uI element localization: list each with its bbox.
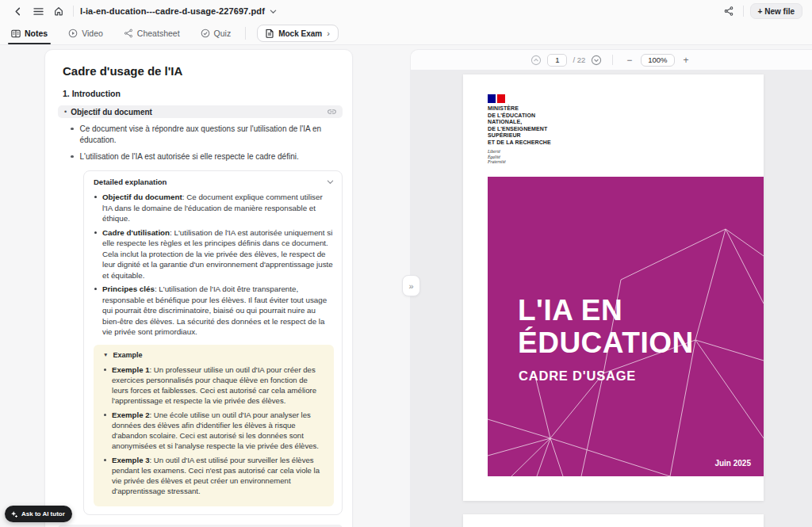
tab-notes-label: Notes xyxy=(25,29,48,38)
detailed-explanation-label: Detailed explanation xyxy=(94,178,327,186)
mock-exam-button[interactable]: Mock Exam › xyxy=(257,25,339,42)
list-item: Exemple 1: Un professeur utilise un outi… xyxy=(103,365,324,407)
share-nodes-icon xyxy=(124,29,133,38)
ministry-line: ET DE LA RECHERCHE xyxy=(488,139,551,147)
section-1-heading: 1. Introduction xyxy=(63,89,343,98)
sparkle-icon xyxy=(10,510,18,518)
zoom-in-button[interactable]: + xyxy=(680,55,692,66)
disclosure-dot-icon: • xyxy=(64,108,67,116)
zoom-level[interactable]: 100% xyxy=(641,54,674,67)
page-down-button[interactable] xyxy=(591,55,602,66)
bullet-text: L'utilisation de l'IA est autorisée si e… xyxy=(80,151,310,162)
list-item: Principes clés: L'utilisation de l'IA do… xyxy=(94,284,334,338)
notes-panel: Cadre d'usage de l'IA 1. Introduction • … xyxy=(44,49,353,527)
tab-bar: Notes Video Cheatsheet Quiz Mock Exam › xyxy=(0,22,812,45)
filename-menu-button[interactable] xyxy=(270,8,277,15)
list-item: Exemple 2: Une école utilise un outil d'… xyxy=(103,410,324,452)
detailed-explanation-header[interactable]: Detailed explanation xyxy=(94,178,334,186)
cover-date: Juin 2025 xyxy=(714,459,751,468)
detailed-bullets: Objectif du document: Ce document expliq… xyxy=(94,192,334,338)
pdf-page-1: MINISTÈRE DE L'ÉDUCATION NATIONALE, DE L… xyxy=(463,74,764,501)
ask-ai-tutor-button[interactable]: Ask to AI tutor xyxy=(5,506,72,522)
cover-title: L'IA EN ÉDUCATION xyxy=(518,294,694,360)
bullet-text: Exemple 3: Un outil d'IA est utilisé pou… xyxy=(112,455,324,497)
expand-panel-button[interactable]: » xyxy=(402,275,420,296)
list-item: Cadre d'utilisation: L'utilisation de l'… xyxy=(94,227,334,281)
header-divider xyxy=(73,6,74,17)
list-item: L'utilisation de l'IA est autorisée si e… xyxy=(71,151,343,162)
ministry-line: DE L'ENSEIGNEMENT xyxy=(488,126,551,133)
tab-quiz-label: Quiz xyxy=(214,29,232,38)
tab-video[interactable]: Video xyxy=(67,22,105,44)
page-total-label: / 22 xyxy=(573,55,585,64)
list-item: Exemple 3: Un outil d'IA est utilisé pou… xyxy=(103,455,324,497)
section-header-objectif[interactable]: • Objectif du document xyxy=(58,105,343,118)
top-bar: l-ia-en-ducation---cadre-d-usage-227697.… xyxy=(0,0,812,22)
list-item: Objectif du document: Ce document expliq… xyxy=(94,192,334,224)
example-header[interactable]: ▼ Example xyxy=(103,351,324,359)
share-button[interactable] xyxy=(721,3,737,19)
french-flag-icon xyxy=(488,94,551,103)
tab-cheatsheet[interactable]: Cheatsheet xyxy=(122,22,182,44)
home-button[interactable] xyxy=(51,3,67,19)
play-circle-icon xyxy=(68,29,78,38)
ministry-logo-block: MINISTÈRE DE L'ÉDUCATION NATIONALE, DE L… xyxy=(488,94,551,164)
section-header-label: Objectif du document xyxy=(71,108,327,116)
ministry-line: DE L'ÉDUCATION xyxy=(488,113,551,120)
chevron-right-icon: › xyxy=(327,29,330,38)
pdf-page-2 xyxy=(463,514,764,527)
example-label: Example xyxy=(113,351,142,359)
chevron-down-icon[interactable] xyxy=(327,178,334,185)
share-icon xyxy=(724,6,733,16)
pdf-scroll-area[interactable]: MINISTÈRE DE L'ÉDUCATION NATIONALE, DE L… xyxy=(411,71,812,527)
tab-cheatsheet-label: Cheatsheet xyxy=(137,29,180,38)
tab-video-label: Video xyxy=(82,29,103,38)
motto-block: Liberté Égalité Fraternité xyxy=(488,149,551,164)
home-icon xyxy=(54,6,63,16)
double-chevron-right-icon: » xyxy=(408,281,413,291)
detailed-explanation-box: Detailed explanation Objectif du documen… xyxy=(83,170,343,515)
chevron-down-icon xyxy=(270,8,277,15)
page-up-button[interactable] xyxy=(530,55,542,66)
pdf-viewer-panel: / 22 − 100% + MINISTÈRE DE L'ÉDUCATION N… xyxy=(410,49,812,527)
bullet-text: Principes clés: L'utilisation de l'IA do… xyxy=(102,284,334,338)
toolbar-divider xyxy=(612,55,613,65)
tab-quiz[interactable]: Quiz xyxy=(199,22,233,44)
new-file-button[interactable]: + New file xyxy=(750,3,802,19)
chevron-left-icon xyxy=(13,7,22,16)
page-number-input[interactable] xyxy=(547,54,567,67)
bullet-text: Exemple 1: Un professeur utilise un outi… xyxy=(112,365,324,407)
bullet-text: Cadre d'utilisation: L'utilisation de l'… xyxy=(102,227,334,281)
link-icon[interactable] xyxy=(327,109,336,115)
chevron-up-circle-icon xyxy=(530,55,542,66)
section-header-necessite[interactable]: • Nécessité d'un cadre xyxy=(58,525,343,527)
tab-divider xyxy=(245,27,246,40)
document-filename[interactable]: l-ia-en-ducation---cadre-d-usage-227697.… xyxy=(80,6,265,16)
tab-notes[interactable]: Notes xyxy=(10,22,49,44)
bullet-text: Exemple 2: Une école utilise un outil d'… xyxy=(112,410,324,452)
mock-exam-label: Mock Exam xyxy=(278,29,322,38)
list-item: Ce document vise à répondre aux question… xyxy=(71,124,343,146)
chevron-down-circle-icon xyxy=(591,55,602,66)
ministry-line: MINISTÈRE xyxy=(488,105,551,113)
exam-file-icon xyxy=(266,29,274,38)
cover-subtitle: CADRE D'USAGE xyxy=(519,369,636,384)
ministry-line: SUPÉRIEUR xyxy=(488,132,551,139)
back-button[interactable] xyxy=(10,3,25,19)
example-bullets: Exemple 1: Un professeur utilise un outi… xyxy=(103,365,324,497)
ask-ai-tutor-label: Ask to AI tutor xyxy=(21,510,65,517)
check-circle-icon xyxy=(201,29,210,38)
hamburger-icon xyxy=(33,7,44,16)
zoom-out-button[interactable]: − xyxy=(623,55,635,66)
cover-artwork: L'IA EN ÉDUCATION CADRE D'USAGE Juin 202… xyxy=(488,177,764,476)
header-divider xyxy=(743,6,744,17)
notes-title: Cadre d'usage de l'IA xyxy=(63,64,343,78)
notes-icon xyxy=(11,29,21,38)
ministry-line: NATIONALE, xyxy=(488,119,551,126)
bullet-text: Objectif du document: Ce document expliq… xyxy=(102,192,334,224)
pdf-toolbar: / 22 − 100% + xyxy=(411,50,812,71)
triangle-down-icon: ▼ xyxy=(103,352,108,357)
menu-button[interactable] xyxy=(30,3,46,19)
example-box: ▼ Example Exemple 1: Un professeur utili… xyxy=(94,345,334,506)
objectif-bullets: Ce document vise à répondre aux question… xyxy=(58,124,343,162)
